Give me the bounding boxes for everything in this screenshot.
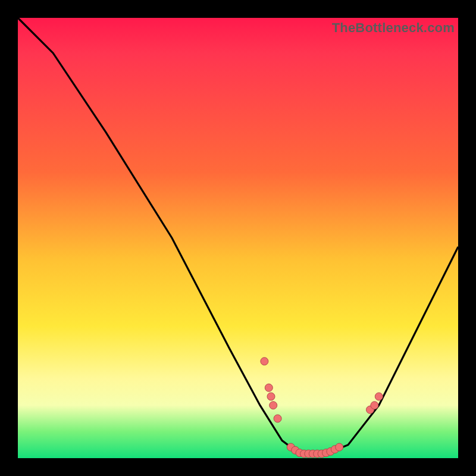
data-dot <box>274 415 281 422</box>
data-dot <box>371 402 378 409</box>
data-dot <box>261 358 268 365</box>
chart-frame: TheBottleneck.com <box>0 0 476 476</box>
data-dot <box>267 393 275 400</box>
data-dot <box>336 443 343 451</box>
data-dot <box>265 384 273 392</box>
bottleneck-curve-svg <box>18 18 458 458</box>
data-dot <box>270 402 277 409</box>
data-dots <box>261 358 383 458</box>
bottleneck-curve <box>18 18 458 454</box>
plot-area: TheBottleneck.com <box>18 18 458 458</box>
data-dot <box>375 393 383 400</box>
